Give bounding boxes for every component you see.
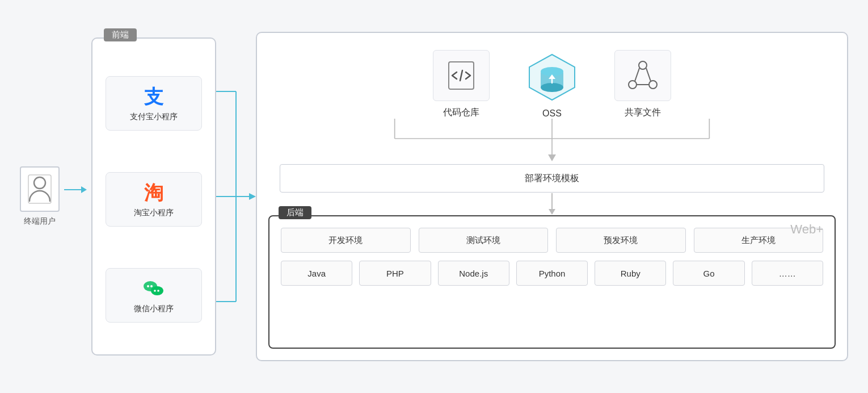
backend-panel: 后端 Web+ 开发环境 测试环境 预发环境 生产环境 <box>268 215 836 349</box>
deploy-bar: 部署环境模板 <box>280 164 824 193</box>
oss-icon <box>524 52 580 103</box>
oss-card: OSS <box>524 52 580 119</box>
wechat-icon <box>143 279 165 298</box>
connector-svg <box>257 119 847 164</box>
arrow-head <box>81 186 87 193</box>
frontend-tag: 前端 <box>104 28 137 41</box>
user-icon-box <box>20 166 60 212</box>
lang-go: Go <box>673 261 744 286</box>
lang-more: …… <box>752 261 823 286</box>
webplus-label: Web+ <box>790 222 823 237</box>
lang-nodejs: Node.js <box>438 261 509 286</box>
env-test: 测试环境 <box>419 228 549 253</box>
env-row: 开发环境 测试环境 预发环境 生产环境 <box>281 228 823 253</box>
code-repo-name: 代码仓库 <box>443 107 479 119</box>
main-area: 代码仓库 OSS <box>256 32 848 361</box>
user-label: 终端用户 <box>24 216 56 227</box>
arrow-line <box>64 189 81 190</box>
svg-point-6 <box>154 290 156 292</box>
shared-files-icon <box>628 61 658 90</box>
shared-files-icon-box <box>614 50 671 101</box>
lang-java: Java <box>281 261 352 286</box>
arrow-down-line <box>551 193 553 209</box>
code-repo-icon <box>446 61 476 90</box>
taobao-card: 淘 淘宝小程序 <box>106 172 202 227</box>
diagram-container: 终端用户 前端 支 支付宝小程序 淘 淘宝小程序 <box>20 15 848 378</box>
arrow-down-head <box>549 209 555 215</box>
backend-tag: 后端 <box>279 206 311 219</box>
env-dev: 开发环境 <box>281 228 411 253</box>
svg-point-24 <box>649 81 657 89</box>
connectors-area <box>257 119 847 164</box>
svg-point-19 <box>541 83 563 92</box>
bracket-svg <box>216 37 256 356</box>
oss-name: OSS <box>542 108 562 119</box>
frontend-panel: 前端 支 支付宝小程序 淘 淘宝小程序 微信小程序 <box>91 37 216 356</box>
deploy-to-backend-arrow <box>257 193 847 215</box>
code-repo-card: 代码仓库 <box>433 50 490 119</box>
user-icon <box>27 174 52 204</box>
env-staging: 预发环境 <box>556 228 686 253</box>
svg-point-22 <box>639 61 647 69</box>
services-row: 代码仓库 OSS <box>257 33 847 119</box>
lang-ruby: Ruby <box>595 261 666 286</box>
user-node: 终端用户 <box>20 166 60 227</box>
alipay-name: 支付宝小程序 <box>130 112 178 122</box>
svg-point-0 <box>34 177 45 189</box>
lang-python: Python <box>516 261 588 286</box>
shared-files-name: 共享文件 <box>625 107 661 119</box>
oss-icon-box <box>524 52 580 103</box>
user-to-frontend-arrow <box>64 186 87 193</box>
svg-marker-33 <box>548 154 556 161</box>
svg-point-7 <box>157 290 159 292</box>
code-repo-icon-box <box>433 50 490 101</box>
alipay-icon: 支 <box>144 87 163 106</box>
lang-php: PHP <box>359 261 431 286</box>
taobao-icon: 淘 <box>144 183 163 202</box>
wechat-card: 微信小程序 <box>106 268 202 323</box>
frontend-to-backend-bracket <box>216 37 256 356</box>
shared-files-card: 共享文件 <box>614 50 671 119</box>
svg-line-25 <box>635 68 639 81</box>
svg-point-4 <box>147 285 149 287</box>
svg-point-5 <box>150 285 153 287</box>
svg-line-26 <box>646 68 651 81</box>
svg-line-15 <box>460 70 462 81</box>
svg-point-3 <box>151 286 163 295</box>
wechat-name: 微信小程序 <box>134 304 174 314</box>
lang-row: Java PHP Node.js Python Ruby Go <box>281 261 823 286</box>
taobao-name: 淘宝小程序 <box>134 208 174 218</box>
alipay-card: 支 支付宝小程序 <box>106 76 202 131</box>
svg-point-23 <box>629 81 637 89</box>
svg-marker-13 <box>249 193 256 200</box>
deploy-bar-text: 部署环境模板 <box>525 173 579 185</box>
